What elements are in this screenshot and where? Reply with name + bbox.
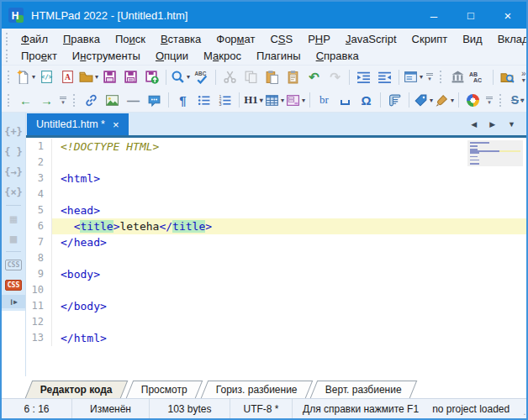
code-line-6[interactable]: 6 <title>leteha</title> xyxy=(26,218,526,234)
menu-item-вставка[interactable]: Вставка xyxy=(153,33,209,45)
toolbar-grip[interactable] xyxy=(6,33,8,45)
code-line-4[interactable]: 4 xyxy=(26,186,526,202)
menu-item-макрос[interactable]: Макрос xyxy=(196,50,249,62)
toolbar-overflow-button[interactable] xyxy=(426,73,433,81)
code-editor[interactable]: 1<!DOCTYPE HTML>23<html>45<head>6 <title… xyxy=(26,139,526,346)
toolbar-grip[interactable] xyxy=(499,94,501,107)
new-template-document-button[interactable]: A xyxy=(58,67,77,87)
tab-next-icon[interactable]: ▶ xyxy=(489,120,495,129)
menu-item-правка[interactable]: Правка xyxy=(55,33,108,45)
menu-item-поиск[interactable]: Поиск xyxy=(108,33,153,45)
menu-item-вкладка[interactable]: Вкладка xyxy=(490,33,528,45)
menu-item-файл[interactable]: Файл xyxy=(13,33,55,45)
menu-item-php[interactable]: PHP xyxy=(300,33,338,45)
insert-br-button[interactable]: br xyxy=(314,90,334,110)
paste-button[interactable] xyxy=(262,67,282,87)
view-tab-просмотр[interactable]: Просмотр xyxy=(125,381,202,398)
view-tab-редактор-кода[interactable]: Редактор кода xyxy=(25,381,128,398)
menu-item-javascript[interactable]: JavaScript xyxy=(338,33,404,45)
menu-item-справка[interactable]: Справка xyxy=(309,50,367,62)
tab-list-icon[interactable]: ▼ xyxy=(508,120,515,129)
search-button[interactable] xyxy=(171,67,190,87)
toolbar-overflow-button[interactable] xyxy=(60,97,66,104)
menu-item-плагины[interactable]: Плагины xyxy=(249,50,309,62)
menu-item-css[interactable]: CSS xyxy=(262,33,300,45)
toolbar-grip[interactable] xyxy=(8,71,9,83)
spellcheck-button[interactable]: ABC xyxy=(192,67,211,87)
tab-prev-icon[interactable]: ◀ xyxy=(471,120,477,129)
color-picker-button[interactable] xyxy=(463,90,483,110)
view-tab-верт-разбиение[interactable]: Верт. разбиение xyxy=(310,381,417,398)
sidebar-expand-icon[interactable]: ❙▶ xyxy=(2,295,25,308)
snippet-delete-icon[interactable]: {×} xyxy=(2,182,25,202)
toolbar-overflow-button[interactable] xyxy=(486,97,493,104)
insert-comment-button[interactable] xyxy=(145,90,164,110)
cut-button[interactable] xyxy=(220,67,240,87)
css-inactive-icon[interactable]: CSS xyxy=(2,255,25,275)
paragraph-button[interactable]: ¶ xyxy=(173,90,193,110)
toolbar-grip[interactable] xyxy=(73,94,75,107)
toolbar-grip[interactable] xyxy=(6,50,8,62)
menu-item-опции[interactable]: Опции xyxy=(148,50,196,62)
code-line-11[interactable]: 11</body> xyxy=(26,298,526,314)
box-panel-icon[interactable]: ■ xyxy=(2,228,25,249)
snippet-insert-icon[interactable]: {+} xyxy=(2,122,25,142)
menu-item-проект[interactable]: Проект xyxy=(13,50,65,62)
menu-item-вид[interactable]: Вид xyxy=(455,33,490,45)
code-line-3[interactable]: 3<html> xyxy=(26,171,526,186)
new-document-button[interactable] xyxy=(16,67,35,87)
view-tab-гориз-разбиение[interactable]: Гориз. разбиение xyxy=(200,381,312,398)
resize-grip-icon[interactable]: ⋰ xyxy=(523,399,528,418)
code-line-12[interactable]: 12 xyxy=(26,314,526,330)
code-line-8[interactable]: 8 xyxy=(26,250,526,266)
code-line-10[interactable]: 10 xyxy=(26,282,526,298)
insert-script-button[interactable] xyxy=(385,90,404,110)
encoding[interactable]: UTF-8 * xyxy=(230,399,293,418)
undo-button[interactable]: ↶ xyxy=(304,67,324,87)
find-in-files-button[interactable] xyxy=(498,67,517,87)
new-html-document-button[interactable]: </> xyxy=(37,67,56,87)
indent-button[interactable] xyxy=(354,67,373,87)
insert-link-button[interactable] xyxy=(82,90,101,110)
minimize-button[interactable]: – xyxy=(415,2,452,29)
insert-tag-button[interactable] xyxy=(414,90,433,110)
redo-button[interactable]: ↷ xyxy=(325,67,345,87)
table-panel-icon[interactable]: ▦ xyxy=(2,208,25,228)
tab-close-icon[interactable]: × xyxy=(113,119,119,130)
clipboard-viewer-button[interactable] xyxy=(283,67,303,87)
insert-table-button[interactable] xyxy=(265,90,284,110)
forward-button[interactable]: → xyxy=(37,90,56,110)
insert-form-button[interactable] xyxy=(286,90,305,110)
code-line-5[interactable]: 5<head> xyxy=(26,202,526,218)
heading-button[interactable]: H1 xyxy=(244,90,263,110)
insert-hr-button[interactable]: — xyxy=(124,90,143,110)
copy-button[interactable] xyxy=(241,67,261,87)
save-all-button[interactable] xyxy=(121,67,140,87)
menu-item-скрипт[interactable]: Скрипт xyxy=(404,33,456,45)
ordered-list-button[interactable]: 123 xyxy=(215,90,235,110)
format-painter-button[interactable] xyxy=(435,90,454,110)
css-style-button[interactable]: S xyxy=(508,90,527,110)
toolbar-grip[interactable] xyxy=(440,71,441,83)
snippet-icon[interactable]: { } xyxy=(2,142,25,162)
code-line-1[interactable]: 1<!DOCTYPE HTML> xyxy=(26,139,526,155)
validator-button[interactable] xyxy=(448,67,467,87)
menu-item-формат[interactable]: Формат xyxy=(209,33,262,45)
document-tab[interactable]: Untitled1.htm * × xyxy=(27,113,129,135)
titlebar[interactable]: H HTMLPad 2022 - [Untitled1.htm] – □ × xyxy=(2,2,526,29)
insert-symbol-button[interactable]: Ω xyxy=(356,90,376,110)
menu-item-инструменты[interactable]: Инструменты xyxy=(65,50,148,62)
toolbar-more-button[interactable] xyxy=(518,71,528,84)
open-file-button[interactable] xyxy=(79,67,98,87)
outdent-button[interactable] xyxy=(375,67,394,87)
panels-button[interactable] xyxy=(404,67,423,87)
css-active-icon[interactable]: CSS xyxy=(2,275,25,295)
code-line-2[interactable]: 2 xyxy=(26,155,526,171)
save-as-button[interactable] xyxy=(142,67,161,87)
save-button[interactable] xyxy=(100,67,119,87)
editor-pane[interactable]: 1<!DOCTYPE HTML>23<html>45<head>6 <title… xyxy=(26,138,526,376)
code-line-9[interactable]: 9<body> xyxy=(26,266,526,282)
unordered-list-button[interactable] xyxy=(194,90,214,110)
convert-case-button[interactable]: AB AC xyxy=(469,67,488,87)
back-button[interactable]: ← xyxy=(16,90,35,110)
